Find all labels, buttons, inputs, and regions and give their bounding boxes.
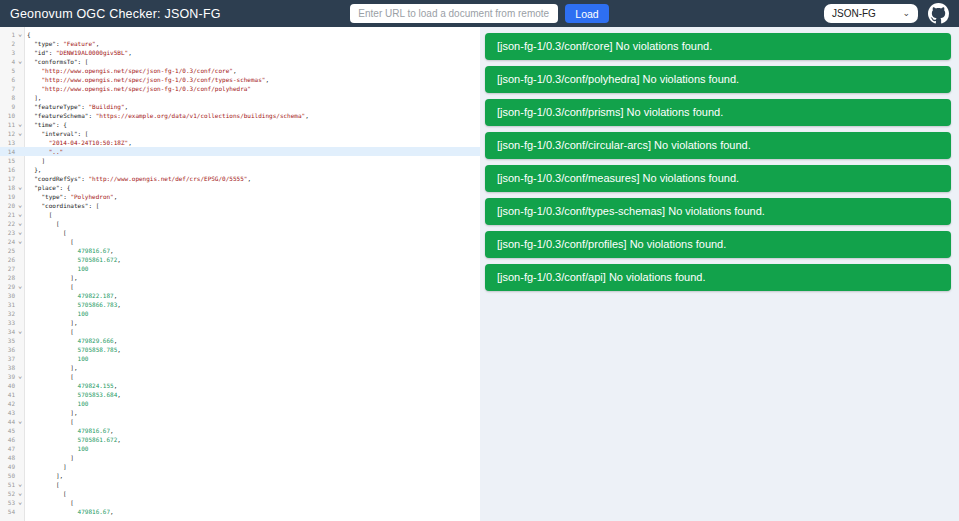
editor-line[interactable]: 36 5705858.785, <box>0 345 480 354</box>
line-number[interactable]: 40 <box>0 381 15 390</box>
github-link[interactable] <box>928 3 949 24</box>
line-number[interactable]: 26 <box>0 255 15 264</box>
line-number[interactable]: 18 <box>0 183 15 192</box>
line-number[interactable]: 35 <box>0 336 15 345</box>
line-number[interactable]: 22 <box>0 219 15 228</box>
line-number[interactable]: 13 <box>0 138 15 147</box>
editor-line[interactable]: 14 ".." <box>0 147 480 156</box>
editor-line[interactable]: 41 5705853.684, <box>0 390 480 399</box>
fold-toggle-icon[interactable]: ⌄ <box>15 489 25 498</box>
fold-toggle-icon[interactable]: ⌄ <box>15 417 25 426</box>
line-number[interactable]: 23 <box>0 228 15 237</box>
line-number[interactable]: 34 <box>0 327 15 336</box>
editor-line[interactable]: 29⌄ [ <box>0 282 480 291</box>
fold-toggle-icon[interactable]: ⌄ <box>15 372 25 381</box>
line-number[interactable]: 16 <box>0 165 15 174</box>
fold-toggle-icon[interactable]: ⌄ <box>15 480 25 489</box>
editor-line[interactable]: 13 "2014-04-24T10:50:18Z", <box>0 138 480 147</box>
line-number[interactable]: 31 <box>0 300 15 309</box>
line-number[interactable]: 39 <box>0 372 15 381</box>
editor-line[interactable]: 48 ] <box>0 453 480 462</box>
line-number[interactable]: 45 <box>0 426 15 435</box>
editor-line[interactable]: 11⌄ "time": { <box>0 120 480 129</box>
editor-line[interactable]: 28 ], <box>0 273 480 282</box>
editor-line[interactable]: 16 }, <box>0 165 480 174</box>
editor-line[interactable]: 30 479822.187, <box>0 291 480 300</box>
editor-line[interactable]: 39⌄ [ <box>0 372 480 381</box>
line-number[interactable]: 27 <box>0 264 15 273</box>
editor-line[interactable]: 5 "http://www.opengis.net/spec/json-fg-1… <box>0 66 480 75</box>
line-number[interactable]: 12 <box>0 129 15 138</box>
line-number[interactable]: 3 <box>0 48 15 57</box>
editor-line[interactable]: 53⌄ [ <box>0 498 480 507</box>
line-number[interactable]: 53 <box>0 498 15 507</box>
editor-line[interactable]: 33 ], <box>0 318 480 327</box>
editor-line[interactable]: 37 100 <box>0 354 480 363</box>
editor-line[interactable]: 17 "coordRefSys": "http://www.opengis.ne… <box>0 174 480 183</box>
line-number[interactable]: 54 <box>0 507 15 516</box>
editor-line[interactable]: 10 "featureSchema": "https://example.org… <box>0 111 480 120</box>
editor-line[interactable]: 19 "type": "Polyhedron", <box>0 192 480 201</box>
line-number[interactable]: 20 <box>0 201 15 210</box>
editor-line[interactable]: 47 100 <box>0 444 480 453</box>
editor-line[interactable]: 43 ], <box>0 408 480 417</box>
editor-line[interactable]: 23⌄ [ <box>0 228 480 237</box>
line-number[interactable]: 2 <box>0 39 15 48</box>
editor-line[interactable]: 26 5705861.672, <box>0 255 480 264</box>
line-number[interactable]: 15 <box>0 156 15 165</box>
fold-toggle-icon[interactable]: ⌄ <box>15 498 25 507</box>
editor-line[interactable]: 6 "http://www.opengis.net/spec/json-fg-1… <box>0 75 480 84</box>
editor-line[interactable]: 51⌄ [ <box>0 480 480 489</box>
editor-line[interactable]: 24⌄ [ <box>0 237 480 246</box>
line-number[interactable]: 46 <box>0 435 15 444</box>
fold-toggle-icon[interactable]: ⌄ <box>15 219 25 228</box>
editor-line[interactable]: 40 479824.155, <box>0 381 480 390</box>
fold-toggle-icon[interactable]: ⌄ <box>15 183 25 192</box>
line-number[interactable]: 21 <box>0 210 15 219</box>
editor-line[interactable]: 7 "http://www.opengis.net/spec/json-fg-1… <box>0 84 480 93</box>
editor-line[interactable]: 20⌄ "coordinates": [ <box>0 201 480 210</box>
line-number[interactable]: 14 <box>0 147 15 156</box>
line-number[interactable]: 8 <box>0 93 15 102</box>
line-number[interactable]: 52 <box>0 489 15 498</box>
editor-line[interactable]: 54 479816.67, <box>0 507 480 516</box>
editor-line[interactable]: 34⌄ [ <box>0 327 480 336</box>
editor-line[interactable]: 4⌄ "conformsTo": [ <box>0 57 480 66</box>
line-number[interactable]: 11 <box>0 120 15 129</box>
fold-toggle-icon[interactable]: ⌄ <box>15 57 25 66</box>
format-select[interactable]: JSON-FG ⌄ <box>824 4 918 23</box>
editor-line[interactable]: 3 "id": "DENW19AL0000giv5BL", <box>0 48 480 57</box>
editor-line[interactable]: 46 5705861.672, <box>0 435 480 444</box>
editor-line[interactable]: 9 "featureType": "Building", <box>0 102 480 111</box>
editor-line[interactable]: 44⌄ [ <box>0 417 480 426</box>
editor-line[interactable]: 49 ] <box>0 462 480 471</box>
line-number[interactable]: 36 <box>0 345 15 354</box>
fold-toggle-icon[interactable]: ⌄ <box>15 120 25 129</box>
fold-toggle-icon[interactable]: ⌄ <box>15 129 25 138</box>
editor-line[interactable]: 22⌄ [ <box>0 219 480 228</box>
line-number[interactable]: 43 <box>0 408 15 417</box>
editor-line[interactable]: 18⌄ "place": { <box>0 183 480 192</box>
line-number[interactable]: 49 <box>0 462 15 471</box>
json-editor[interactable]: 1⌄{2 "type": "Feature",3 "id": "DENW19AL… <box>0 27 480 521</box>
line-number[interactable]: 30 <box>0 291 15 300</box>
line-number[interactable]: 41 <box>0 390 15 399</box>
editor-line[interactable]: 21⌄ [ <box>0 210 480 219</box>
load-button[interactable]: Load <box>565 4 608 23</box>
fold-toggle-icon[interactable]: ⌄ <box>15 327 25 336</box>
line-number[interactable]: 25 <box>0 246 15 255</box>
line-number[interactable]: 17 <box>0 174 15 183</box>
line-number[interactable]: 24 <box>0 237 15 246</box>
fold-toggle-icon[interactable]: ⌄ <box>15 228 25 237</box>
line-number[interactable]: 51 <box>0 480 15 489</box>
editor-line[interactable]: 42 100 <box>0 399 480 408</box>
editor-line[interactable]: 38 ], <box>0 363 480 372</box>
line-number[interactable]: 47 <box>0 444 15 453</box>
line-number[interactable]: 50 <box>0 471 15 480</box>
line-number[interactable]: 29 <box>0 282 15 291</box>
line-number[interactable]: 6 <box>0 75 15 84</box>
line-number[interactable]: 32 <box>0 309 15 318</box>
editor-line[interactable]: 31 5705866.783, <box>0 300 480 309</box>
line-number[interactable]: 38 <box>0 363 15 372</box>
editor-line[interactable]: 8 ], <box>0 93 480 102</box>
